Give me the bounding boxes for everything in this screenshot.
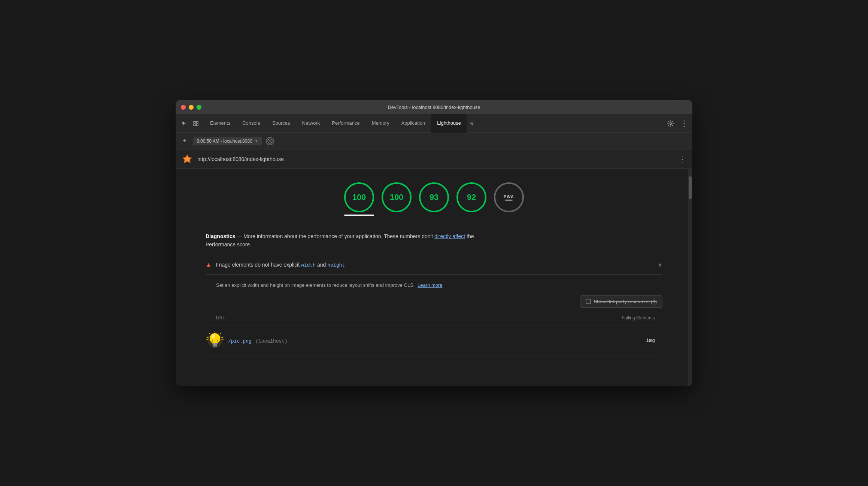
cursor-icon[interactable] <box>179 118 189 129</box>
diagnostics-desc-end: the <box>467 233 474 239</box>
scores-row: 100 100 93 92 <box>176 169 692 225</box>
score-wrapper-2: 93 <box>419 182 449 216</box>
warning-collapse-icon[interactable]: ∧ <box>658 261 662 268</box>
svg-line-25 <box>209 333 210 334</box>
svg-point-13 <box>210 333 220 344</box>
scrollbar[interactable] <box>688 169 692 386</box>
current-url: 8:00:50 AM - localhost:8080 <box>197 139 252 144</box>
svg-point-7 <box>684 125 685 127</box>
table-row: /pic.png (localhost) img <box>206 325 662 356</box>
lightbulb-icon <box>206 331 224 350</box>
svg-point-6 <box>684 123 685 124</box>
url-chip[interactable]: 8:00:50 AM - localhost:8080 ▼ <box>193 137 262 145</box>
svg-rect-1 <box>196 121 198 123</box>
diagnostics-title: Diagnostics <box>206 233 235 239</box>
tab-sources[interactable]: Sources <box>266 114 296 133</box>
tab-network[interactable]: Network <box>296 114 326 133</box>
svg-point-5 <box>684 120 685 121</box>
tabs-actions <box>665 118 689 129</box>
tab-application[interactable]: Application <box>395 114 431 133</box>
svg-rect-2 <box>194 124 195 126</box>
third-party-label: Show 3rd-party resources (0) <box>594 299 657 304</box>
width-code: width <box>301 262 316 268</box>
content-area: Diagnostics — More information about the… <box>176 225 692 364</box>
third-party-row: Show 3rd-party resources (0) <box>206 295 662 308</box>
row-thumbnail <box>206 331 224 350</box>
traffic-lights <box>181 105 201 110</box>
tab-performance[interactable]: Performance <box>326 114 365 133</box>
third-party-checkbox[interactable] <box>586 299 591 304</box>
inspect-icon[interactable] <box>191 118 201 129</box>
third-party-box: Show 3rd-party resources (0) <box>580 295 662 308</box>
address-bar: + 8:00:50 AM - localhost:8080 ▼ <box>176 133 692 149</box>
resource-host: (localhost) <box>255 338 288 344</box>
detail-area: Set an explicit width and height on imag… <box>206 275 662 364</box>
resource-url-link[interactable]: /pic.png <box>228 338 252 344</box>
score-wrapper-3: 92 <box>456 182 486 216</box>
detail-description: Set an explicit width and height on imag… <box>206 282 662 288</box>
svg-line-22 <box>222 337 223 338</box>
svg-line-26 <box>220 333 221 334</box>
score-wrapper-1: 100 <box>382 182 412 216</box>
svg-rect-0 <box>194 121 195 123</box>
row-url-cell: /pic.png (localhost) <box>224 337 588 344</box>
devtools-window: DevTools - localhost:8080/index-lighthou… <box>176 100 692 386</box>
close-button[interactable] <box>181 105 186 110</box>
warning-triangle-icon: ▲ <box>206 261 212 268</box>
maximize-button[interactable] <box>197 105 201 110</box>
more-options-icon[interactable] <box>679 118 689 129</box>
minimize-button[interactable] <box>189 105 194 110</box>
svg-rect-3 <box>196 124 198 126</box>
learn-more-link[interactable]: Learn more <box>418 282 442 288</box>
diagnostics-section: Diagnostics — More information about the… <box>206 225 662 255</box>
lighthouse-logo-icon <box>182 154 193 165</box>
score-circle-3[interactable]: 92 <box>456 182 486 212</box>
tab-lighthouse[interactable]: Lighthouse <box>431 114 467 133</box>
result-table: URL Failing Elements <box>206 314 662 356</box>
more-tabs-button[interactable]: » <box>467 119 477 127</box>
height-code: height <box>327 262 345 268</box>
svg-rect-17 <box>213 346 217 347</box>
tab-elements[interactable]: Elements <box>204 114 236 133</box>
score-wrapper-pwa: PWA <box>494 182 524 216</box>
svg-line-9 <box>268 140 271 143</box>
score-circle-0[interactable]: 100 <box>344 182 374 212</box>
window-title: DevTools - localhost:8080/index-lighthou… <box>388 104 480 110</box>
svg-rect-15 <box>212 343 218 344</box>
warning-text: Image elements do not have explicit widt… <box>216 262 653 268</box>
tabs: Elements Console Sources Network Perform… <box>204 114 665 133</box>
page-url-bar: http://localhost:8080/index-lighthouse ⋮ <box>176 149 692 169</box>
row-failing-cell: img <box>588 338 662 343</box>
warning-row: ▲ Image elements do not have explicit wi… <box>206 255 662 275</box>
page-url-text: http://localhost:8080/index-lighthouse <box>197 156 284 162</box>
score-wrapper-0: 100 <box>344 182 374 216</box>
tab-memory[interactable]: Memory <box>366 114 395 133</box>
svg-rect-16 <box>213 344 217 346</box>
settings-icon[interactable] <box>665 118 676 129</box>
diagnostics-desc2: Performance score. <box>206 242 251 247</box>
new-tab-button[interactable]: + <box>180 137 189 146</box>
svg-line-20 <box>207 337 208 338</box>
scrollbar-thumb[interactable] <box>689 176 692 199</box>
col-header-failing: Failing Elements <box>588 315 662 321</box>
table-header: URL Failing Elements <box>206 314 662 325</box>
col-header-url: URL <box>206 315 588 321</box>
page-more-options-icon[interactable]: ⋮ <box>679 155 686 164</box>
score-circle-1[interactable]: 100 <box>382 182 412 212</box>
tab-console[interactable]: Console <box>236 114 266 133</box>
tab-icons <box>179 118 201 129</box>
svg-point-4 <box>670 122 672 124</box>
pwa-dash <box>505 200 513 201</box>
diagnostics-desc: — More information about the performance… <box>237 233 433 239</box>
main-content: 100 100 93 92 <box>176 169 692 386</box>
score-circle-2[interactable]: 93 <box>419 182 449 212</box>
titlebar: DevTools - localhost:8080/index-lighthou… <box>176 100 692 114</box>
stop-loading-button[interactable] <box>266 137 274 145</box>
tabs-bar: Elements Console Sources Network Perform… <box>176 114 692 133</box>
score-circle-pwa[interactable]: PWA <box>494 182 524 212</box>
directly-affect-link[interactable]: directly affect <box>434 233 465 239</box>
url-chevron-icon: ▼ <box>255 139 258 143</box>
score-underline-0 <box>344 215 374 216</box>
